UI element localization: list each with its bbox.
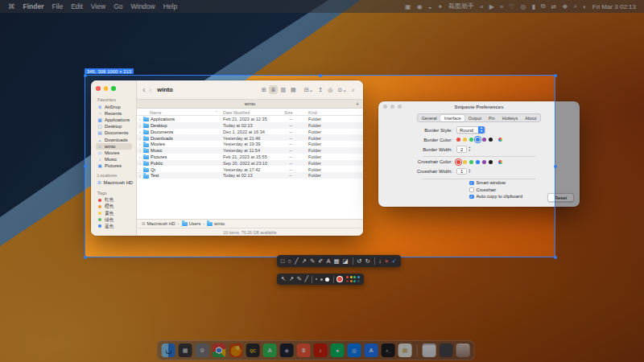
dock-chrome-icon[interactable]	[213, 343, 226, 357]
palette-color-3[interactable]	[357, 276, 360, 278]
border-color-custom-color-swatch[interactable]	[498, 138, 502, 142]
eraser-tool[interactable]: ◪	[343, 258, 349, 265]
crosshair-color-swatch-2[interactable]	[469, 160, 473, 164]
marker-tool[interactable]: ✐	[318, 258, 323, 265]
dock-blue-app-icon[interactable]: ◎	[348, 343, 361, 357]
menu-file[interactable]: File	[52, 2, 63, 10]
stroke-size-5[interactable]	[325, 278, 329, 282]
disclosure-triangle-icon[interactable]: ›	[139, 173, 141, 178]
crosshair-color-swatch-4[interactable]	[482, 160, 486, 164]
dock-launchpad-icon[interactable]: ▦	[179, 343, 192, 357]
disclosure-triangle-icon[interactable]: ›	[139, 142, 141, 146]
pen-tool[interactable]: ✎	[310, 258, 315, 265]
current-color-swatch[interactable]	[337, 277, 342, 282]
favorite-icon[interactable]: ♡	[509, 3, 514, 10]
input-method-label[interactable]: 截图助手	[448, 2, 474, 10]
checkbox-box[interactable]: ✓	[469, 195, 474, 200]
disclosure-triangle-icon[interactable]: ›	[139, 136, 141, 141]
zoom-window-button[interactable]	[111, 86, 116, 91]
list-view-button[interactable]: ≣	[269, 85, 279, 94]
sidebar-item-winto[interactable]: ⌂winto	[96, 143, 132, 150]
dock-terminal-icon[interactable]: >_	[382, 343, 395, 357]
dock-red-app-icon[interactable]: 8	[297, 343, 311, 357]
border-color-swatch-5[interactable]	[489, 138, 493, 142]
status-app-icon-4[interactable]: ✦	[438, 3, 444, 10]
column-header-size[interactable]: Size	[284, 110, 293, 115]
crosshair-color-swatch-1[interactable]	[463, 160, 467, 164]
minimize-window-button[interactable]	[390, 105, 394, 109]
media-previous-icon[interactable]: «	[480, 3, 483, 10]
dock-notes-app-icon[interactable]: ▤	[398, 343, 412, 357]
border-color-swatch-3[interactable]	[476, 138, 480, 142]
file-row-public[interactable]: ›PublicSep 20, 2022 at 23:10--Folder	[137, 160, 363, 167]
mosaic-tool[interactable]: ▦	[333, 258, 339, 265]
file-row-documents[interactable]: ›DocumentsDec 1, 2022 at 16:34--Folder	[137, 129, 363, 135]
tag-button[interactable]: ◎	[325, 85, 335, 94]
status-app-icon-3[interactable]: ◒	[428, 3, 432, 10]
crosshair-color-custom-color-swatch[interactable]	[498, 160, 502, 164]
control-center-icon[interactable]: ❖	[562, 3, 568, 10]
rectangle-tool[interactable]: □	[281, 258, 285, 265]
dock-appstore-icon[interactable]: A	[365, 343, 378, 357]
disclosure-triangle-icon[interactable]: ›	[139, 167, 141, 172]
file-row-downloads[interactable]: ›DownloadsYesterday at 21:46--Folder	[137, 134, 363, 141]
dock-wechat-icon[interactable]: ●	[331, 343, 345, 357]
palette-color-2[interactable]	[353, 276, 356, 278]
redo-button[interactable]: ↻	[365, 258, 369, 265]
forward-button[interactable]: ›	[149, 85, 152, 94]
media-next-icon[interactable]: »	[500, 3, 503, 10]
stepper-arrows-icon[interactable]: ▲▼	[469, 169, 472, 174]
arrow-tool[interactable]: ↗	[302, 258, 307, 265]
file-row-qt[interactable]: ›QtYesterday at 17:42--Folder	[137, 166, 363, 172]
checkbox-crosshair[interactable]: Crosshair	[469, 187, 580, 194]
gallery-view-button[interactable]: ▤	[288, 85, 299, 94]
sidebar-item-documents[interactable]: ▤Documents	[96, 130, 132, 136]
stroke-size-2[interactable]	[316, 278, 317, 280]
menu-edit[interactable]: Edit	[71, 2, 83, 10]
disclosure-triangle-icon[interactable]: ›	[139, 130, 141, 134]
record-icon[interactable]: ◎	[520, 3, 526, 10]
sidebar-item-recents[interactable]: ◔Recents	[96, 110, 132, 117]
sidebar-item-pictures[interactable]: ▣Pictures	[96, 162, 132, 169]
zoom-window-button[interactable]	[398, 105, 402, 109]
arrow-style-2-button[interactable]: ↗	[289, 276, 294, 282]
palette-color-1[interactable]	[350, 276, 353, 278]
confirm-button[interactable]: ✓	[391, 258, 396, 265]
disclosure-triangle-icon[interactable]: ›	[139, 154, 141, 159]
stepper-arrows-icon[interactable]: ▲▼	[469, 146, 472, 151]
dock-music-app-icon[interactable]: ♪	[314, 343, 328, 357]
menu-bar-clock[interactable]: Fri Mar 3 02:13	[592, 3, 636, 10]
file-row-test[interactable]: ›TestToday at 02:13--Folder	[137, 172, 363, 179]
file-row-music[interactable]: ›MusicYesterday at 11:54--Folder	[137, 147, 363, 154]
border-color-swatch-2[interactable]	[469, 138, 473, 142]
sidebar-item-airdrop[interactable]: ⊚AirDrop	[96, 104, 132, 110]
border-width-stepper[interactable]: 2 ▲▼	[456, 146, 471, 153]
line-tool[interactable]: ╱	[295, 258, 299, 265]
dock-qc-app-icon[interactable]: QC	[246, 343, 260, 357]
border-color-swatch-4[interactable]	[482, 138, 486, 142]
dock-dark-app-icon[interactable]: ◆	[280, 343, 294, 357]
menu-window[interactable]: Window	[130, 2, 155, 10]
dock-green-app-icon[interactable]: A	[263, 343, 277, 357]
ellipse-tool[interactable]: ○	[288, 258, 292, 265]
palette-color-0[interactable]	[346, 276, 349, 278]
text-tool[interactable]: A	[326, 258, 330, 265]
border-color-swatch-0[interactable]	[456, 138, 460, 142]
pen-style-button[interactable]: ✎	[297, 276, 302, 282]
sidebar-item-downloads[interactable]: ◒Downloads	[96, 136, 132, 142]
back-button[interactable]: ‹	[142, 85, 146, 94]
dock-settings-icon[interactable]: ⚙	[196, 343, 209, 357]
dock-finder-icon[interactable]	[162, 343, 175, 357]
menu-help[interactable]: Help	[163, 2, 177, 10]
tab-pin[interactable]: Pin	[485, 115, 498, 121]
battery-icon[interactable]: ▮	[531, 3, 535, 10]
disclosure-triangle-icon[interactable]: ›	[139, 148, 141, 153]
status-app-icon-2[interactable]: ◉	[417, 3, 423, 10]
save-button[interactable]: ↓	[378, 258, 382, 265]
sidebar-item-movies[interactable]: ▭Movies	[96, 150, 132, 156]
crosshair-color-swatch-3[interactable]	[476, 160, 480, 164]
dock-trash-icon[interactable]	[456, 343, 470, 357]
file-row-movies[interactable]: ›MoviesYesterday at 19:39--Folder	[137, 141, 363, 147]
sidebar-item-蓝色[interactable]: 蓝色	[96, 223, 132, 229]
disclosure-triangle-icon[interactable]: ›	[139, 123, 141, 128]
